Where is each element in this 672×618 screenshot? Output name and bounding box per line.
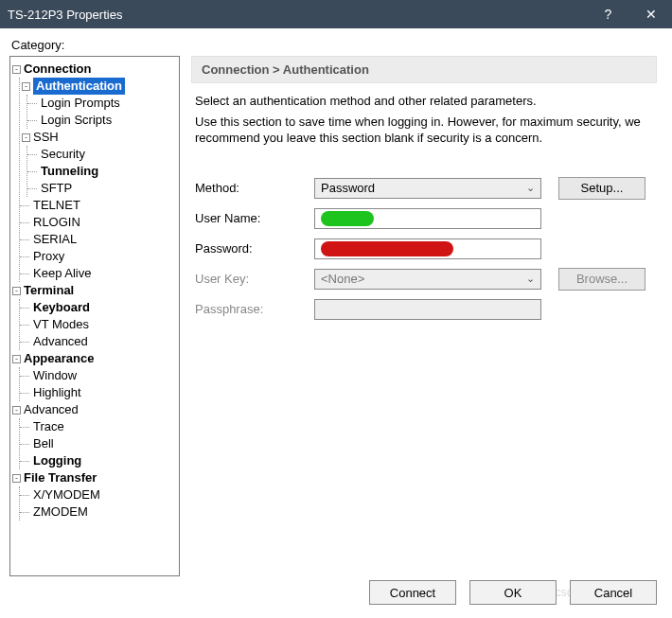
tree-rlogin[interactable]: RLOGIN	[20, 214, 177, 231]
tree-terminal[interactable]: Terminal	[24, 282, 74, 299]
title-bar: TS-212P3 Properties ? ✕	[0, 0, 672, 28]
description-2: Use this section to save time when loggi…	[195, 114, 653, 147]
breadcrumb: Connection > Authentication	[191, 56, 657, 83]
tree-security[interactable]: Security	[27, 146, 177, 163]
cancel-button[interactable]: Cancel	[570, 580, 657, 605]
collapse-icon[interactable]: -	[12, 355, 21, 363]
connect-button[interactable]: Connect	[369, 580, 456, 605]
tree-bell[interactable]: Bell	[20, 435, 177, 452]
close-button[interactable]: ✕	[629, 0, 672, 28]
tree-logging[interactable]: Logging	[20, 452, 177, 469]
tree-sftp[interactable]: SFTP	[27, 180, 177, 197]
browse-button: Browse...	[558, 268, 645, 291]
userkey-value: <None>	[321, 272, 364, 286]
method-select[interactable]: Password ⌄	[314, 178, 541, 199]
password-input[interactable]	[314, 238, 541, 259]
tree-file-transfer[interactable]: File Transfer	[24, 469, 97, 486]
tree-authentication[interactable]: Authentication	[33, 78, 125, 95]
category-label: Category:	[11, 38, 663, 52]
collapse-icon[interactable]: -	[12, 65, 21, 74]
collapse-icon[interactable]: -	[12, 406, 21, 415]
method-label: Method:	[191, 181, 314, 195]
tree-connection[interactable]: Connection	[24, 61, 92, 78]
tree-trace[interactable]: Trace	[20, 418, 177, 435]
collapse-icon[interactable]: -	[12, 474, 21, 483]
tree-login-prompts[interactable]: Login Prompts	[27, 95, 177, 112]
tree-ssh[interactable]: SSH	[33, 129, 59, 146]
dialog-footer: Connect OK Cancel	[369, 580, 657, 605]
chevron-down-icon: ⌄	[526, 182, 535, 194]
redacted-username	[321, 211, 374, 226]
tree-zmodem[interactable]: ZMODEM	[20, 503, 177, 521]
redacted-password	[321, 241, 453, 256]
category-tree[interactable]: -Connection -Authentication Login Prompt…	[9, 56, 180, 576]
ok-button[interactable]: OK	[469, 580, 557, 605]
collapse-icon[interactable]: -	[22, 82, 30, 91]
tree-appearance[interactable]: Appearance	[24, 350, 94, 367]
tree-proxy[interactable]: Proxy	[20, 248, 177, 265]
tree-login-scripts[interactable]: Login Scripts	[27, 112, 177, 129]
tree-tunneling[interactable]: Tunneling	[27, 163, 177, 180]
settings-panel: Connection > Authentication Select an au…	[189, 56, 663, 576]
chevron-down-icon: ⌄	[526, 273, 535, 285]
tree-telnet[interactable]: TELNET	[20, 197, 177, 214]
method-value: Password	[321, 181, 375, 195]
window-title: TS-212P3 Properties	[8, 8, 122, 22]
tree-term-advanced[interactable]: Advanced	[20, 333, 177, 350]
username-input[interactable]	[314, 208, 541, 229]
tree-window[interactable]: Window	[20, 367, 177, 384]
tree-vt-modes[interactable]: VT Modes	[20, 316, 177, 333]
help-button[interactable]: ?	[587, 0, 629, 28]
tree-keep-alive[interactable]: Keep Alive	[20, 265, 177, 282]
setup-button[interactable]: Setup...	[558, 177, 645, 200]
tree-advanced[interactable]: Advanced	[24, 401, 79, 418]
passphrase-input	[314, 299, 541, 320]
collapse-icon[interactable]: -	[12, 287, 21, 295]
tree-keyboard[interactable]: Keyboard	[20, 299, 177, 316]
tree-highlight[interactable]: Highlight	[20, 384, 177, 401]
tree-serial[interactable]: SERIAL	[20, 231, 177, 248]
userkey-select: <None> ⌄	[314, 269, 541, 290]
username-label: User Name:	[191, 211, 314, 225]
userkey-label: User Key:	[191, 272, 314, 286]
description-1: Select an authentication method and othe…	[195, 93, 653, 110]
password-label: Password:	[191, 241, 314, 256]
collapse-icon[interactable]: -	[22, 133, 30, 142]
passphrase-label: Passphrase:	[191, 302, 314, 316]
tree-xymodem[interactable]: X/YMODEM	[20, 486, 177, 503]
